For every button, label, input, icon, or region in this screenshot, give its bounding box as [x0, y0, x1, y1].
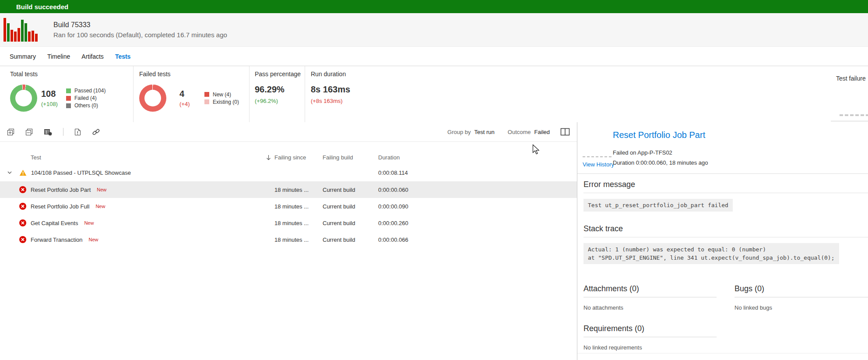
new-badge: New — [89, 237, 98, 242]
legend-swatch — [66, 103, 71, 108]
links-section: Attachments (0) No attachments Bugs (0) … — [583, 278, 868, 311]
legend-item: New (4) — [204, 91, 239, 98]
duration-cell: 0:00:00.090 — [378, 203, 577, 210]
test-row[interactable]: Reset Portfolio Job FullNew18 minutes ..… — [0, 198, 577, 215]
build-status-banner: Build succeeded — [0, 0, 868, 13]
bugs-section: Bugs (0) No linked bugs — [734, 278, 868, 311]
build-header-text: Build 75333 Ran for 100 seconds (Default… — [53, 21, 227, 39]
column-options-icon[interactable] — [44, 128, 52, 136]
column-header-label: Failing since — [274, 154, 306, 161]
expand-all-icon[interactable] — [7, 128, 14, 136]
results-table-header: Test Failing since Failing build Duratio… — [0, 151, 577, 164]
split-view-icon[interactable] — [560, 128, 570, 136]
error-icon — [19, 186, 26, 193]
stack-trace-text: Actual: 1 (number) was expected to equal… — [583, 243, 839, 264]
legend-swatch — [204, 99, 209, 104]
test-detail-pane: Reset Portfolio Job Part View History Fa… — [577, 122, 868, 360]
view-history-link[interactable]: View History — [583, 161, 614, 168]
column-header-failing-since[interactable]: Failing since — [266, 154, 323, 161]
failed-tests-delta: (+4) — [179, 101, 204, 107]
attachments-empty-text: No attachments — [583, 304, 717, 311]
stat-label: Pass percentage — [255, 71, 305, 78]
toolbar-separator — [63, 128, 63, 136]
test-failures-label: Test failure — [836, 75, 868, 82]
total-tests-delta: (+108) — [41, 101, 66, 107]
history-bar — [11, 30, 13, 42]
tab-summary[interactable]: Summary — [10, 53, 36, 60]
stat-run-duration: Run duration 8s 163ms (+8s 163ms) — [305, 66, 836, 122]
tab-timeline[interactable]: Timeline — [47, 53, 70, 60]
stat-test-failures: Test failure — [836, 66, 868, 122]
warning-icon — [19, 169, 27, 176]
build-status-text: Build succeeded — [16, 3, 68, 11]
test-summary-strip: Total tests 108 (+108) Passed (104)Faile… — [0, 66, 868, 122]
duration-cell: 0:00:00.066 — [378, 236, 577, 243]
requirements-empty-text: No linked requirements — [583, 344, 717, 351]
detail-body: Error message Test ut_p_reset_portfolio_… — [577, 174, 868, 351]
test-group-row[interactable]: 104/108 Passed - UTPLSQL Showcase 0:00:0… — [0, 164, 577, 181]
results-toolbar: Group by Test run Outcome Failed — [0, 122, 577, 142]
duration-cell: 0:00:00.260 — [378, 220, 577, 226]
stack-trace-section: Stack trace Actual: 1 (number) was expec… — [583, 218, 868, 264]
detail-bottom-border — [577, 353, 868, 353]
history-bar — [21, 20, 24, 42]
total-tests-value: 108 — [41, 89, 66, 99]
error-icon — [19, 219, 26, 226]
new-badge: New — [95, 204, 105, 209]
column-header-duration[interactable]: Duration — [378, 154, 577, 161]
detail-test-title[interactable]: Reset Portfolio Job Part — [613, 130, 705, 140]
legend-label: Failed (4) — [74, 95, 97, 101]
failed-tests-legend: New (4)Existing (0) — [204, 91, 239, 106]
chevron-down-icon[interactable] — [7, 171, 12, 174]
failed-tests-donut — [139, 85, 166, 112]
duration-cell: 0:00:00.060 — [378, 187, 577, 193]
failed-tests-value: 4 — [179, 89, 204, 99]
failing-since-cell: 18 minutes ... — [266, 187, 323, 193]
test-row-name-cell: Reset Portfolio Job FullNew — [0, 203, 266, 210]
test-row[interactable]: Get Capital EventsNew18 minutes ...Curre… — [0, 215, 577, 231]
history-bar — [32, 31, 34, 42]
legend-label: Others (0) — [74, 102, 98, 109]
test-row[interactable]: Forward TransactionNew18 minutes ...Curr… — [0, 231, 577, 248]
copy-link-icon[interactable] — [92, 128, 100, 136]
main-split: Group by Test run Outcome Failed Test — [0, 122, 868, 360]
history-sparkline — [583, 156, 611, 157]
attachments-heading: Attachments (0) — [583, 278, 717, 297]
error-message-heading: Error message — [583, 174, 868, 193]
stat-failed-tests: Failed tests 4 (+4) New (4)Existing (0) — [134, 66, 250, 122]
create-bug-icon[interactable] — [74, 128, 81, 136]
collapse-all-icon[interactable] — [25, 128, 33, 136]
attachments-section: Attachments (0) No attachments — [583, 278, 717, 311]
stat-label: Run duration — [311, 71, 836, 78]
tab-artifacts[interactable]: Artifacts — [81, 53, 104, 60]
test-row-name-cell: Reset Portfolio Job PartNew — [0, 186, 266, 193]
toolbar-filters: Group by Test run Outcome Failed — [447, 128, 570, 136]
test-failures-trend-baseline — [831, 121, 868, 121]
test-rows: Reset Portfolio Job PartNew18 minutes ..… — [0, 181, 577, 248]
bugs-empty-text: No linked bugs — [734, 304, 868, 311]
history-bar — [35, 34, 38, 42]
build-title: Build 75333 — [53, 21, 227, 29]
outcome-selector[interactable]: Failed — [534, 129, 550, 135]
tab-tests[interactable]: Tests — [115, 53, 131, 60]
test-name: Reset Portfolio Job Part — [31, 187, 91, 193]
legend-item: Passed (104) — [66, 87, 105, 95]
column-header-test[interactable]: Test — [0, 154, 266, 161]
detail-failed-on: Failed on App-P-TFS02 — [613, 149, 672, 156]
stat-pass-percentage: Pass percentage 96.29% (+96.2%) — [250, 66, 305, 122]
group-by-selector[interactable]: Test run — [474, 129, 495, 135]
test-name: Reset Portfolio Job Full — [31, 203, 89, 210]
column-header-failing-build[interactable]: Failing build — [323, 154, 378, 161]
test-name: Get Capital Events — [31, 220, 78, 226]
test-row[interactable]: Reset Portfolio Job PartNew18 minutes ..… — [0, 181, 577, 198]
legend-label: Passed (104) — [74, 88, 105, 94]
history-bar — [25, 23, 27, 42]
requirements-heading: Requirements (0) — [583, 318, 717, 337]
outcome-label: Outcome — [508, 129, 531, 135]
failing-build-cell: Current build — [323, 236, 378, 243]
failing-build-cell: Current build — [323, 187, 378, 193]
history-bar — [28, 32, 31, 42]
group-row-title: 104/108 Passed - UTPLSQL Showcase — [31, 169, 131, 176]
failing-since-cell: 18 minutes ... — [266, 203, 323, 210]
group-row-duration: 0:00:08.114 — [378, 169, 577, 176]
